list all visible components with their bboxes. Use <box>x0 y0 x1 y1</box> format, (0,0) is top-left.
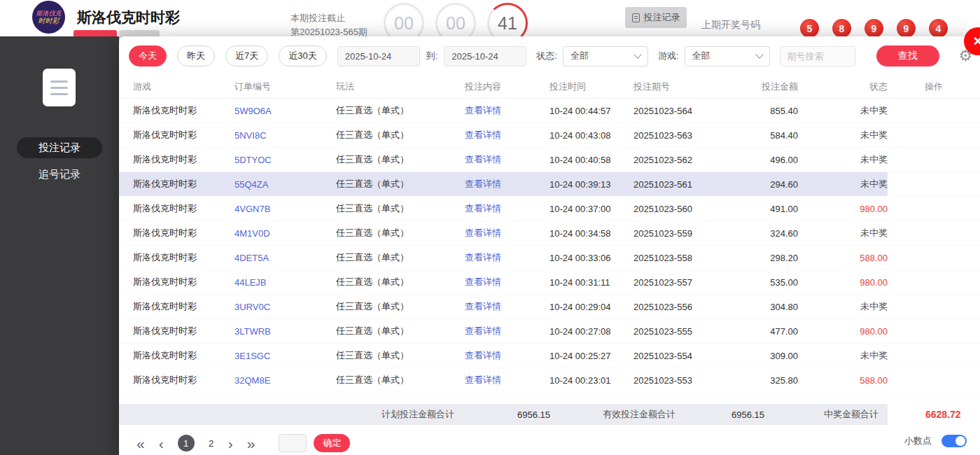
cell-order-id[interactable]: 3E1SGC <box>220 351 322 361</box>
cell-order-id[interactable]: 32QM8E <box>220 375 322 386</box>
app-title: 斯洛伐克时时彩 <box>77 8 180 27</box>
cell-game: 斯洛伐克时时彩 <box>119 251 220 264</box>
next-page-icon[interactable]: › <box>228 436 233 451</box>
page-1[interactable]: 1 <box>178 435 195 451</box>
table-row[interactable]: 斯洛伐克时时彩 55Q4ZA 任三直选（单式） 查看详情 10-24 00:39… <box>119 172 980 197</box>
cell-order-id[interactable]: 5NVI8C <box>220 130 322 141</box>
cell-order-id[interactable]: 5DTYOC <box>220 155 322 165</box>
draw-number-ball: 9 <box>864 19 883 38</box>
cell-play: 任三直选（单式） <box>322 227 441 239</box>
col-order-id: 订单编号 <box>220 80 322 93</box>
table-row[interactable]: 斯洛伐克时时彩 3E1SGC 任三直选（单式） 查看详情 10-24 00:25… <box>119 344 980 368</box>
status-select[interactable]: 全部 <box>563 46 648 66</box>
cell-game: 斯洛伐克时时彩 <box>119 349 220 362</box>
table-row[interactable]: 斯洛伐克时时彩 4VGN7B 任三直选（单式） 查看详情 10-24 00:37… <box>119 197 980 221</box>
cell-status: 588.00 <box>805 375 888 386</box>
page-jump-input[interactable] <box>279 434 307 452</box>
page-2[interactable]: 2 <box>203 435 220 451</box>
cell-order-id[interactable]: 5W9O6A <box>220 106 322 116</box>
table-row[interactable]: 斯洛伐克时时彩 3LTWRB 任三直选（单式） 查看详情 10-24 00:27… <box>119 319 980 344</box>
decimal-control: 小数点 <box>904 435 967 447</box>
col-game: 游戏 <box>119 80 220 93</box>
chevron-down-icon <box>634 50 641 58</box>
col-bet-amount: 投注金额 <box>724 80 805 93</box>
view-detail-link[interactable]: 查看详情 <box>441 227 525 239</box>
cell-play: 任三直选（单式） <box>322 325 441 337</box>
cell-order-id[interactable]: 44LEJB <box>220 277 322 288</box>
prev-page-icon[interactable]: ‹ <box>159 436 164 451</box>
date-from-input[interactable] <box>337 46 420 66</box>
table-row[interactable]: 斯洛伐克时时彩 4M1V0D 任三直选（单式） 查看详情 10-24 00:34… <box>119 221 980 246</box>
cell-play: 任三直选（单式） <box>322 178 441 190</box>
cell-order-id[interactable]: 4M1V0D <box>220 228 322 239</box>
table-row[interactable]: 斯洛伐克时时彩 5NVI8C 任三直选（单式） 查看详情 10-24 00:43… <box>119 123 980 148</box>
last-page-icon[interactable]: » <box>247 436 255 451</box>
col-bet-time: 投注时间 <box>525 80 620 93</box>
summary-bar: 计划投注金额合计 6956.15 有效投注金额合计 6956.15 中奖金额合计 <box>119 404 888 425</box>
table-header: 游戏 订单编号 玩法 投注内容 投注时间 投注期号 投注金额 状态 操作 <box>119 75 980 99</box>
cell-order-id[interactable]: 3LTWRB <box>220 326 322 337</box>
view-detail-link[interactable]: 查看详情 <box>441 300 525 313</box>
view-detail-link[interactable]: 查看详情 <box>441 276 525 288</box>
view-detail-link[interactable]: 查看详情 <box>441 349 525 362</box>
table-row[interactable]: 斯洛伐克时时彩 3URV0C 任三直选（单式） 查看详情 10-24 00:29… <box>119 295 980 319</box>
cell-bet-period: 20251023-559 <box>620 228 724 239</box>
cell-bet-period: 20251023-554 <box>620 351 724 361</box>
cell-order-id[interactable]: 4DET5A <box>220 253 322 263</box>
summary-planned-label: 计划投注金额合计 <box>382 408 454 421</box>
view-detail-link[interactable]: 查看详情 <box>441 153 525 166</box>
cell-bet-time: 10-24 00:25:27 <box>525 351 620 361</box>
cell-bet-time: 10-24 00:34:58 <box>525 228 620 239</box>
cell-play: 任三直选（单式） <box>322 129 441 141</box>
first-page-icon[interactable]: « <box>136 436 145 451</box>
view-detail-link[interactable]: 查看详情 <box>441 178 525 190</box>
sidebar-item-bet-records[interactable]: 投注记录 <box>17 137 102 158</box>
table-row[interactable]: 斯洛伐克时时彩 32QM8E 任三直选（单式） 查看详情 10-24 00:23… <box>119 368 980 393</box>
cell-status: 980.00 <box>805 204 888 214</box>
cell-bet-amount: 535.00 <box>724 277 805 288</box>
cell-bet-amount: 491.00 <box>724 204 805 214</box>
last-draw-balls: 58994 <box>800 19 948 38</box>
period-search-input[interactable] <box>780 46 855 66</box>
table-row[interactable]: 斯洛伐克时时彩 5DTYOC 任三直选（单式） 查看详情 10-24 00:40… <box>119 148 980 172</box>
view-detail-link[interactable]: 查看详情 <box>441 202 525 215</box>
quick-filter-3[interactable]: 近30天 <box>279 46 326 66</box>
cell-order-id[interactable]: 55Q4ZA <box>220 179 322 190</box>
document-icon-large <box>43 69 76 106</box>
table-row[interactable]: 斯洛伐克时时彩 44LEJB 任三直选（单式） 查看详情 10-24 00:31… <box>119 270 980 295</box>
cell-bet-amount: 855.40 <box>724 106 805 116</box>
quick-filter-1[interactable]: 昨天 <box>177 46 215 66</box>
view-detail-link[interactable]: 查看详情 <box>441 104 525 117</box>
view-detail-link[interactable]: 查看详情 <box>441 325 525 337</box>
view-detail-link[interactable]: 查看详情 <box>441 251 525 264</box>
col-bet-content: 投注内容 <box>441 80 525 93</box>
cell-bet-period: 20251023-560 <box>620 204 724 214</box>
bet-record-button-label: 投注记录 <box>644 11 680 24</box>
quick-filter-0[interactable]: 今天 <box>129 46 167 66</box>
cell-game: 斯洛伐克时时彩 <box>119 276 220 288</box>
cell-order-id[interactable]: 4VGN7B <box>220 204 322 214</box>
table-row[interactable]: 斯洛伐克时时彩 5W9O6A 任三直选（单式） 查看详情 10-24 00:44… <box>119 99 980 123</box>
app-logo: 斯洛伐克 时时彩 <box>32 1 65 34</box>
table-row[interactable]: 斯洛伐克时时彩 4DET5A 任三直选（单式） 查看详情 10-24 00:33… <box>119 246 980 270</box>
cell-status: 980.00 <box>805 326 888 337</box>
view-detail-link[interactable]: 查看详情 <box>441 374 525 386</box>
view-detail-link[interactable]: 查看详情 <box>441 129 525 141</box>
cell-game: 斯洛伐克时时彩 <box>119 325 220 337</box>
search-button[interactable]: 查找 <box>876 46 939 66</box>
cell-play: 任三直选（单式） <box>322 374 441 386</box>
bet-record-button[interactable]: 投注记录 <box>625 7 687 28</box>
quick-filter-2[interactable]: 近7天 <box>225 46 268 66</box>
decimal-toggle[interactable] <box>941 435 967 447</box>
cell-play: 任三直选（单式） <box>322 104 441 117</box>
confirm-button[interactable]: 确定 <box>314 434 350 452</box>
sidebar-item-chase-records[interactable]: 追号记录 <box>17 164 102 185</box>
date-to-input[interactable] <box>444 46 526 66</box>
cell-status: 未中奖 <box>805 349 888 362</box>
cell-game: 斯洛伐克时时彩 <box>119 104 220 117</box>
cell-status: 未中奖 <box>805 300 888 313</box>
to-label: 到: <box>426 50 438 62</box>
cell-status: 未中奖 <box>805 178 888 190</box>
game-select[interactable]: 全部 <box>685 46 770 66</box>
cell-order-id[interactable]: 3URV0C <box>220 302 322 312</box>
